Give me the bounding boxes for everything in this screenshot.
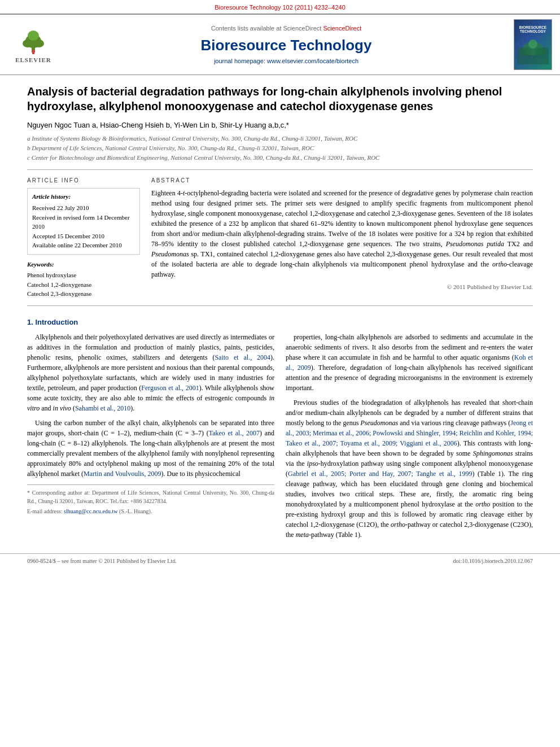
article-info-col: ARTICLE INFO Article history: Received 2… [27,177,140,299]
info-abstract-section: ARTICLE INFO Article history: Received 2… [27,177,533,299]
authors-line: Nguyen Ngoc Tuan a, Hsiao-Cheng Hsieh b,… [27,120,533,130]
sciencedirect-link[interactable]: ScienceDirect [323,25,361,32]
journal-center-info: Contents lists available at ScienceDirec… [65,24,507,65]
svg-point-2 [23,40,33,47]
received-date: Received 22 July 2010 [32,203,135,213]
intro-col2-p1: properties, long-chain alkylphenols are … [286,332,533,393]
intro-body: Alkylphenols and their polyethoxylated d… [27,332,533,544]
footnote-star: * Corresponding author at: Department of… [27,488,274,505]
journal-homepage: journal homepage: www.elsevier.com/locat… [65,57,507,65]
main-content: Analysis of bacterial degradation pathwa… [0,75,560,553]
svg-point-9 [519,48,531,56]
accepted-date: Accepted 15 December 2010 [32,231,135,241]
bottom-issn: 0960-8524/$ – see front matter © 2011 Pu… [27,557,177,565]
abstract-text: Eighteen 4-t-octylphenol-degrading bacte… [151,188,533,279]
footnote-email: E-mail address: slhuang@cc.ncu.edu.tw (S… [27,507,274,516]
intro-p1: Alkylphenols and their polyethoxylated d… [27,332,274,413]
intro-col2: properties, long-chain alkylphenols are … [286,332,533,544]
journal-cover-image: BIORESOURCE TECHNOLOGY [514,19,552,70]
bottom-bar: 0960-8524/$ – see front matter © 2011 Pu… [0,553,560,569]
keyword-3: Catechol 2,3-dioxygenase [27,289,140,299]
intro-p2: Using the carbon number of the alkyl cha… [27,418,274,479]
received-revised-date: Received in revised form 14 December 201… [32,213,135,231]
intro-col2-p2: Previous studies of the biodegradation o… [286,397,533,540]
sciencedirect-line: Contents lists available at ScienceDirec… [65,24,507,33]
journal-title: Bioresource Technology [65,35,507,55]
keyword-1: Phenol hydroxylase [27,270,140,280]
affiliation-a: a Institute of Systems Biology & Bioinfo… [27,134,533,143]
footnote-area: * Corresponding author at: Department of… [27,484,274,516]
divider-after-affiliations [27,169,533,170]
bottom-doi: doi:10.1016/j.biortech.2010.12.067 [453,557,533,565]
svg-point-4 [28,30,39,41]
article-history-box: Article history: Received 22 July 2010 R… [27,188,140,255]
history-title: Article history: [32,193,135,201]
abstract-col: ABSTRACT Eighteen 4-t-octylphenol-degrad… [151,177,533,299]
cover-title-text: BIORESOURCE TECHNOLOGY [519,25,546,34]
divider-before-intro [27,305,533,306]
affiliation-c: c Center for Biotechnology and Biomedica… [27,154,533,162]
intro-section-title: 1. Introduction [27,317,533,327]
available-date: Available online 22 December 2010 [32,241,135,250]
journal-reference: Bioresource Technology 102 (2011) 4232–4… [0,0,560,14]
article-info-header: ARTICLE INFO [27,177,140,185]
journal-header: ELSEVIER Contents lists available at Sci… [0,14,560,75]
svg-point-10 [535,48,546,56]
intro-col1: Alkylphenols and their polyethoxylated d… [27,332,274,544]
elsevier-label: ELSEVIER [15,56,51,64]
copyright-line: © 2011 Published by Elsevier Ltd. [151,283,533,291]
elsevier-logo: ELSEVIER [8,25,59,64]
svg-point-11 [528,40,537,49]
keywords-label: Keywords: [27,260,140,269]
article-title: Analysis of bacterial degradation pathwa… [27,84,533,113]
abstract-header: ABSTRACT [151,177,533,185]
affiliation-b: b Department of Life Sciences, National … [27,144,533,152]
keywords-box: Keywords: Phenol hydroxylase Catechol 1,… [27,260,140,299]
svg-rect-6 [32,51,34,54]
svg-point-3 [34,40,44,47]
introduction-section: 1. Introduction Alkylphenols and their p… [27,317,533,544]
keyword-2: Catechol 1,2-dioxygenase [27,280,140,290]
